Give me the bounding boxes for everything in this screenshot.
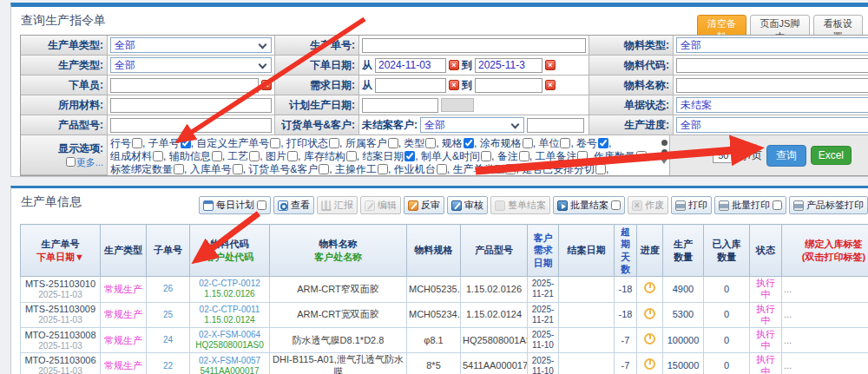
scroll-dot[interactable] — [661, 149, 667, 155]
column-header[interactable]: 已入库数量 — [704, 225, 750, 277]
clear-icon[interactable] — [261, 80, 272, 90]
display-option-checkbox[interactable] — [319, 164, 329, 174]
column-header[interactable]: 物料代码客户处代码 — [190, 225, 270, 277]
display-option[interactable]: 订货单号&客户 — [248, 163, 329, 175]
display-option[interactable]: 是否已安排分切 — [522, 163, 606, 175]
display-option[interactable]: 卷号 — [576, 137, 608, 149]
display-option[interactable]: 所属客户 — [345, 137, 398, 149]
display-option[interactable]: 结案日期 — [362, 150, 415, 162]
cell-material-code[interactable]: 02-C-CTP-00111.15.02.0124 — [190, 302, 270, 327]
need-date-from-input[interactable] — [375, 78, 446, 93]
display-option[interactable]: 打印状态 — [286, 137, 339, 149]
display-option[interactable]: 制单人&时间 — [421, 150, 491, 162]
column-header[interactable]: 子单号 — [147, 225, 190, 277]
display-option-checkbox[interactable] — [595, 164, 606, 174]
audit-button[interactable]: 审核 — [447, 196, 488, 214]
clear-date-icon[interactable] — [449, 80, 459, 90]
column-header[interactable]: 生产类型 — [101, 225, 147, 277]
column-header[interactable]: 进度 — [637, 225, 663, 277]
cell-progress[interactable] — [637, 327, 663, 352]
scroll-dot[interactable] — [661, 140, 667, 146]
cell-bind-label[interactable]: ... — [782, 277, 868, 302]
progress-clock-icon[interactable] — [644, 282, 655, 293]
order-type-select[interactable]: 全部 — [110, 37, 272, 53]
need-date-to-input[interactable] — [475, 78, 542, 93]
display-option[interactable]: 库存结构 — [304, 150, 357, 162]
operator-input[interactable] — [110, 78, 259, 93]
column-header[interactable]: 物料规格 — [407, 225, 461, 277]
scroll-down-icon[interactable] — [661, 159, 667, 164]
display-option-checkbox[interactable] — [437, 164, 447, 174]
column-header[interactable]: 绑定入库标签(双击打印标签) — [782, 225, 868, 277]
progress-clock-icon[interactable] — [644, 358, 655, 370]
prod-type-select[interactable]: 全部 — [110, 57, 272, 73]
view-button[interactable]: 查看 — [273, 196, 314, 214]
bind-label-dots[interactable]: ... — [784, 284, 868, 295]
more-options-toggle[interactable]: 更多... — [66, 156, 103, 168]
display-option-checkbox[interactable] — [425, 138, 436, 148]
print-button[interactable]: 打印 — [671, 196, 712, 214]
cell-order-no[interactable]: MTO-2511030062025-11-03 — [21, 353, 101, 374]
display-option[interactable]: 标签绑定数量 — [110, 163, 184, 175]
column-header[interactable]: 物料名称客户处名称 — [270, 225, 407, 277]
display-option-checkbox[interactable] — [404, 151, 415, 161]
used-material-input[interactable] — [110, 98, 272, 113]
reverse-audit-button[interactable]: 反审 — [404, 196, 444, 214]
cell-bind-label[interactable]: ... — [782, 302, 868, 327]
cell-sub-no[interactable]: 26 — [147, 277, 190, 302]
column-header[interactable]: 产品型号 — [461, 225, 528, 277]
display-option-checkbox[interactable] — [598, 138, 608, 148]
daily-plan-button[interactable]: 每日计划 — [199, 196, 271, 214]
display-option-checkbox[interactable] — [636, 151, 647, 161]
display-option-checkbox[interactable] — [505, 164, 516, 174]
column-header[interactable]: 状态 — [750, 225, 782, 277]
cell-sub-no[interactable]: 22 — [147, 353, 190, 374]
display-option[interactable]: 作业机台 — [394, 163, 447, 175]
display-option-checkbox[interactable] — [174, 164, 184, 174]
table-row[interactable]: MTO-2511030062025-11-03常规生产2202-X-FSM-00… — [21, 353, 868, 374]
display-option[interactable]: 作废数量 — [594, 150, 647, 162]
display-option-checkbox[interactable] — [388, 138, 398, 148]
display-option[interactable]: 涂布规格 — [480, 137, 533, 149]
display-option-checkbox[interactable] — [132, 138, 142, 148]
display-option-checkbox[interactable] — [464, 138, 474, 148]
display-option-checkbox[interactable] — [329, 138, 339, 148]
cell-progress[interactable] — [637, 353, 663, 374]
display-option[interactable]: 入库单号 — [190, 163, 243, 175]
display-option[interactable]: 图片 — [266, 150, 298, 162]
display-option-checkbox[interactable] — [181, 138, 191, 148]
column-header[interactable]: 超期天数 — [615, 225, 637, 277]
cell-sub-no[interactable]: 25 — [147, 302, 190, 327]
clear-date-icon[interactable] — [449, 60, 459, 70]
toolbar-checkbox[interactable] — [773, 200, 782, 210]
table-row[interactable]: MTO-2511030082025-11-03常规生产2402-X-FSM-00… — [21, 327, 868, 352]
cell-progress[interactable] — [637, 277, 663, 302]
display-option[interactable]: 组成材料 — [110, 150, 163, 162]
cell-progress[interactable] — [637, 302, 663, 327]
cell-order-no[interactable]: MTS-2511030092025-11-03 — [21, 302, 101, 327]
display-option[interactable]: 辅助信息 — [169, 150, 222, 162]
progress-select[interactable]: 全部 — [676, 117, 868, 133]
material-name-input[interactable] — [676, 78, 868, 93]
column-header[interactable]: 客户需求日期 — [528, 225, 559, 277]
material-code-input[interactable] — [676, 58, 868, 73]
rows-per-page-input[interactable] — [713, 148, 733, 163]
mini-scrollbar[interactable] — [661, 140, 667, 164]
more-options-checkbox[interactable] — [66, 157, 76, 167]
order-no-input[interactable] — [362, 38, 586, 53]
order-date-to-input[interactable] — [475, 58, 542, 73]
batch-print-button[interactable]: 批量打印 — [714, 196, 786, 214]
bind-label-dots[interactable]: ... — [784, 335, 868, 346]
cell-bind-label[interactable]: ... — [782, 327, 868, 352]
cell-order-no[interactable]: MTS-2511030102025-11-03 — [21, 277, 101, 302]
display-option-checkbox[interactable] — [212, 151, 222, 161]
display-option-checkbox[interactable] — [270, 138, 280, 148]
display-option-checkbox[interactable] — [153, 151, 163, 161]
column-header[interactable]: 结案日期 — [559, 225, 615, 277]
product-label-print-button[interactable]: 产品标签打印 — [789, 196, 868, 214]
customer-select[interactable]: 全部 — [420, 117, 524, 133]
toolbar-checkbox[interactable] — [257, 200, 266, 210]
column-header[interactable]: 生产数量 — [663, 225, 704, 277]
bind-label-dots[interactable]: ... — [784, 309, 868, 320]
display-option-checkbox[interactable] — [287, 151, 298, 161]
